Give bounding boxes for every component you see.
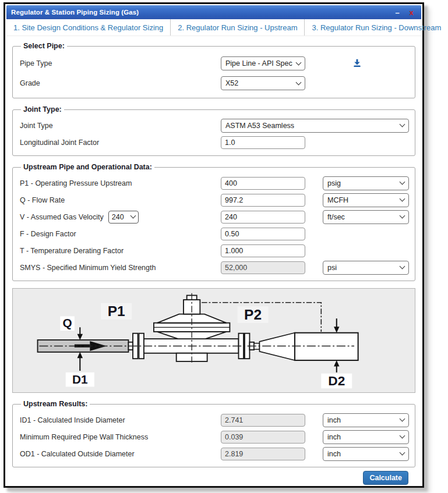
gas-velocity-unit-select[interactable]: ft/sec bbox=[323, 210, 409, 224]
design-factor-input[interactable] bbox=[221, 228, 305, 240]
smys-unit-select[interactable]: psi bbox=[323, 261, 409, 275]
joint-type-row: Joint Type ASTM A53 Seamless bbox=[20, 117, 409, 134]
p1-pressure-label: P1 - Operating Pressure Upstream bbox=[20, 179, 221, 187]
calculate-button[interactable]: Calculate bbox=[363, 471, 408, 485]
chevron-down-icon bbox=[130, 213, 136, 219]
upstream-data-legend: Upstream Pipe and Operational Data: bbox=[21, 163, 154, 171]
chevron-down-icon bbox=[400, 416, 405, 422]
upstream-results-legend: Upstream Results: bbox=[21, 400, 90, 408]
wall-thickness-row: Minimum Required Pipe Wall Thickness inc… bbox=[20, 428, 409, 445]
gas-velocity-input[interactable] bbox=[221, 211, 305, 224]
smys-input bbox=[221, 261, 305, 274]
gas-velocity-preset-select[interactable]: 240 bbox=[108, 211, 139, 224]
grade-label: Grade bbox=[20, 79, 221, 87]
regulator-piping-diagram: Q D1 P1 P2 bbox=[12, 288, 415, 393]
longitudinal-joint-factor-input[interactable] bbox=[221, 136, 305, 149]
diagram-label-p1: P1 bbox=[108, 303, 125, 319]
chevron-down-icon bbox=[400, 433, 405, 439]
smys-row: SMYS - Specified Minimum Yield Strength … bbox=[20, 259, 409, 276]
id1-label: ID1 - Calculated Inside Diameter bbox=[20, 416, 221, 424]
title-bar: Regulator & Station Piping Sizing (Gas) … bbox=[6, 5, 421, 19]
grade-select[interactable]: X52 bbox=[221, 76, 305, 90]
wall-thickness-unit-select[interactable]: inch bbox=[323, 430, 409, 444]
od1-input bbox=[221, 448, 305, 460]
chevron-down-icon bbox=[296, 79, 302, 85]
window-title: Regulator & Station Piping Sizing (Gas) bbox=[11, 9, 139, 16]
tab-regulator-run-upstream[interactable]: 2. Regulator Run Sizing - Upstream bbox=[171, 19, 305, 36]
temperature-derating-label: T - Temperature Derating Factor bbox=[20, 247, 221, 255]
select-pipe-group: Select Pipe: Pipe Type Pipe Line - API S… bbox=[12, 42, 415, 98]
diagram-label-d2: D2 bbox=[328, 373, 345, 388]
joint-type-label: Joint Type bbox=[20, 122, 221, 130]
close-button[interactable]: x bbox=[406, 8, 417, 17]
chevron-down-icon bbox=[400, 122, 405, 127]
dialog-frame: Regulator & Station Piping Sizing (Gas) … bbox=[3, 2, 424, 488]
flow-rate-input[interactable] bbox=[221, 194, 305, 207]
temperature-derating-row: T - Temperature Derating Factor bbox=[20, 242, 409, 259]
dialog-window: Regulator & Station Piping Sizing (Gas) … bbox=[6, 5, 421, 485]
chevron-down-icon bbox=[400, 450, 405, 456]
od1-row: OD1 - Calculated Outside Diameter inch bbox=[20, 445, 409, 462]
tab-bar: 1. Site Design Conditions & Regulator Si… bbox=[6, 19, 421, 36]
design-factor-label: F - Design Factor bbox=[20, 230, 221, 238]
od1-unit-select[interactable]: inch bbox=[323, 447, 409, 461]
flow-rate-label: Q - Flow Rate bbox=[20, 196, 221, 204]
diagram-label-p2: P2 bbox=[244, 307, 262, 322]
flow-rate-unit-select[interactable]: MCFH bbox=[323, 193, 409, 207]
p1-pressure-input[interactable] bbox=[221, 177, 305, 190]
minimize-button[interactable]: – bbox=[392, 8, 403, 17]
chevron-down-icon bbox=[400, 196, 405, 202]
gas-velocity-label: V - Assumed Gas Velocity bbox=[20, 213, 104, 221]
tab-site-design-conditions[interactable]: 1. Site Design Conditions & Regulator Si… bbox=[6, 19, 171, 36]
joint-type-legend: Joint Type: bbox=[21, 105, 64, 114]
tab-content: Select Pipe: Pipe Type Pipe Line - API S… bbox=[6, 36, 421, 491]
downstream-pipe-shape bbox=[295, 333, 358, 360]
design-factor-row: F - Design Factor bbox=[20, 225, 409, 242]
joint-type-select[interactable]: ASTM A53 Seamless bbox=[221, 119, 409, 133]
wall-thickness-label: Minimum Required Pipe Wall Thickness bbox=[20, 433, 221, 441]
diagram-label-d1: D1 bbox=[72, 373, 88, 386]
chevron-down-icon bbox=[400, 213, 405, 219]
chevron-down-icon bbox=[296, 59, 302, 65]
chevron-down-icon bbox=[400, 179, 405, 185]
od1-label: OD1 - Calculated Outside Diameter bbox=[20, 450, 221, 458]
pipe-type-label: Pipe Type bbox=[20, 59, 221, 68]
smys-label: SMYS - Specified Minimum Yield Strength bbox=[20, 264, 221, 272]
upstream-data-group: Upstream Pipe and Operational Data: P1 -… bbox=[12, 163, 415, 281]
chevron-down-icon bbox=[400, 264, 405, 269]
p1-pressure-unit-select[interactable]: psig bbox=[323, 176, 409, 190]
longitudinal-joint-factor-row: Longitudinal Joint Factor bbox=[20, 134, 409, 151]
id1-row: ID1 - Calculated Inside Diameter inch bbox=[20, 412, 409, 428]
action-bar: Calculate bbox=[11, 467, 417, 488]
longitudinal-joint-factor-label: Longitudinal Joint Factor bbox=[20, 139, 221, 147]
upstream-results-group: Upstream Results: ID1 - Calculated Insid… bbox=[12, 400, 415, 467]
diagram-label-q: Q bbox=[62, 316, 72, 329]
pipe-type-row: Pipe Type Pipe Line - API Specifi bbox=[20, 54, 409, 73]
id1-unit-select[interactable]: inch bbox=[323, 413, 409, 427]
flow-rate-row: Q - Flow Rate MCFH bbox=[20, 191, 409, 208]
temperature-derating-input[interactable] bbox=[221, 244, 305, 257]
download-icon[interactable] bbox=[352, 58, 362, 69]
p1-pressure-row: P1 - Operating Pressure Upstream psig bbox=[20, 175, 409, 191]
grade-row: Grade X52 bbox=[20, 73, 409, 93]
select-pipe-legend: Select Pipe: bbox=[21, 42, 67, 50]
id1-input bbox=[221, 414, 305, 427]
tab-regulator-run-downstream[interactable]: 3. Regulator Run Sizing - Downstream bbox=[305, 19, 448, 36]
piping-schematic-svg: Q D1 P1 P2 bbox=[13, 289, 415, 392]
pipe-type-select[interactable]: Pipe Line - API Specifi bbox=[221, 56, 305, 70]
gas-velocity-row: V - Assumed Gas Velocity 240 ft/sec bbox=[20, 208, 409, 225]
joint-type-group: Joint Type: Joint Type ASTM A53 Seamless… bbox=[12, 105, 415, 156]
wall-thickness-input bbox=[221, 431, 305, 444]
expander-cone bbox=[259, 333, 294, 360]
